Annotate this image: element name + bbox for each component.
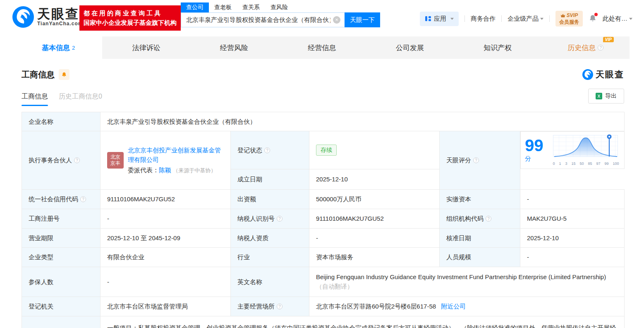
nav-biz-cooperation[interactable]: 商务合作 xyxy=(471,15,496,23)
svip-member-service[interactable]: SVIP 会员服务 xyxy=(555,11,583,27)
reg-number-label: 工商注册号 xyxy=(22,209,101,228)
company-type-value: 有限合伙企业 xyxy=(101,247,231,267)
help-icon[interactable]: ? xyxy=(277,304,282,309)
help-icon[interactable]: ? xyxy=(80,196,86,202)
reg-status-label-text: 登记状态 xyxy=(237,147,262,154)
nav-enterprise-products[interactable]: 企业级产品 xyxy=(508,15,543,23)
business-term-value: 2025-12-10 至 2045-12-09 xyxy=(101,228,231,247)
search-tabs: 查公司 查老板 查关系 查风险 xyxy=(181,2,380,12)
company-section-tabs: 基本信息 2 法律诉讼 经营风险 经营信息 公司发展 知识产权 VIP 历史信息… xyxy=(14,36,630,59)
monitor-bell-button[interactable] xyxy=(59,69,69,80)
user-account-menu[interactable]: 此处有… xyxy=(603,15,632,23)
tab-history-info[interactable]: VIP 历史信息 ? xyxy=(542,36,630,59)
apps-label: 应用 xyxy=(434,15,446,23)
notifications-bell[interactable] xyxy=(589,14,597,24)
bell-icon xyxy=(61,72,67,77)
business-term-label: 营业期限 xyxy=(22,228,101,247)
chevron-down-icon xyxy=(629,18,632,20)
taxpayer-id-label: 纳税人识别号? xyxy=(231,209,309,228)
tab-basic-info-count: 2 xyxy=(72,45,75,51)
nearby-companies-link[interactable]: 附近公司 xyxy=(441,303,466,310)
org-code-label: 组织机构代码? xyxy=(440,209,520,228)
help-icon[interactable]: ? xyxy=(264,147,270,153)
search-tab-relation[interactable]: 查关系 xyxy=(237,2,265,12)
taxpayer-quality-value: - xyxy=(309,228,440,247)
auto-translate-note: （自动翻译） xyxy=(316,283,353,290)
tianyancha-logo-icon xyxy=(12,6,34,28)
credit-code-value: 91110106MAK2U7GU52 xyxy=(101,189,231,209)
tab-business-info[interactable]: 经营信息 xyxy=(278,36,366,59)
divider xyxy=(549,15,550,22)
tab-intellectual-property[interactable]: 知识产权 xyxy=(454,36,541,59)
paid-capital-label: 实缴资本 xyxy=(440,189,520,209)
help-icon[interactable]: ? xyxy=(74,157,80,163)
tab-legal-proceedings[interactable]: 法律诉讼 xyxy=(102,36,190,59)
business-address-value: 北京市丰台区芳菲路60号院2号楼6层617-58 附近公司 xyxy=(309,297,625,316)
business-address-label-text: 主要经营场所 xyxy=(237,303,275,310)
search-block: 查公司 查老板 查关系 查风险 × 天眼一下 xyxy=(181,2,380,27)
approval-date-label: 核准日期 xyxy=(440,228,520,247)
credit-code-label-text: 统一社会信用代码 xyxy=(29,195,78,203)
export-button[interactable]: 导出 xyxy=(588,89,624,104)
notification-dot xyxy=(594,13,598,16)
divider xyxy=(501,15,502,22)
table-row: 参保人数 - 英文名称 Beijing Fengquan Industry Gu… xyxy=(22,267,625,297)
credit-code-label: 统一社会信用代码? xyxy=(22,189,101,209)
excel-icon xyxy=(596,93,602,99)
partner-company-link[interactable]: 北京京丰创投产业创新发展基金管理有限公司 xyxy=(128,147,221,163)
partner-label-text: 执行事务合伙人 xyxy=(29,157,72,164)
reg-number-value: - xyxy=(101,209,231,228)
subtab-history-business-info[interactable]: 历史工商信息0 xyxy=(59,92,102,106)
help-icon[interactable]: ? xyxy=(277,216,282,222)
help-icon[interactable]: ? xyxy=(473,157,479,163)
reg-status-value: 存续 xyxy=(309,131,440,169)
delegate-name-link[interactable]: 陈颖 xyxy=(159,166,171,174)
business-address-label: 主要经营场所? xyxy=(231,297,309,316)
capital-value: 500000万人民币 xyxy=(309,189,440,209)
insured-count-label: 参保人数 xyxy=(22,267,101,297)
user-account-label: 此处有… xyxy=(603,15,627,22)
table-row: 工商注册号 - 纳税人识别号? 91110106MAK2U7GU52 组织机构代… xyxy=(22,209,625,228)
tab-company-development[interactable]: 公司发展 xyxy=(366,36,454,59)
table-row: 企业名称 北京丰泉产业引导股权投资基金合伙企业（有限合伙） xyxy=(22,112,625,131)
crown-icon xyxy=(560,14,565,17)
tab-operational-risk[interactable]: 经营风险 xyxy=(190,36,278,59)
apps-menu[interactable]: 应用 xyxy=(420,12,459,26)
partner-value: 北京 京丰 北京京丰创投产业创新发展基金管理有限公司 委派代表：陈颖 （来源于中… xyxy=(101,131,231,190)
approval-date-value: 2025-12-10 xyxy=(520,228,625,247)
english-name-value: Beijing Fengquan Industry Guidance Equit… xyxy=(309,267,625,297)
export-label: 导出 xyxy=(605,92,617,100)
search-tab-company[interactable]: 查公司 xyxy=(181,2,209,12)
brand-name: 天眼查 xyxy=(37,7,83,21)
clear-search-icon[interactable]: × xyxy=(333,16,340,24)
search-button[interactable]: 天眼一下 xyxy=(345,12,380,27)
delegate-label: 委派代表： xyxy=(128,166,159,174)
watermark-brand-text: 天眼查 xyxy=(596,69,624,80)
search-input[interactable] xyxy=(181,12,345,27)
subtab-business-info[interactable]: 工商信息 xyxy=(22,92,48,106)
slogan-line2: 国家中小企业发展子基金旗下机构 xyxy=(84,18,177,27)
help-icon[interactable]: ? xyxy=(598,45,603,51)
tab-basic-info[interactable]: 基本信息 2 xyxy=(14,36,102,59)
score-label: 天眼评分? xyxy=(440,131,520,190)
partner-label: 执行事务合伙人? xyxy=(22,131,101,190)
address-text: 北京市丰台区芳菲路60号院2号楼6层617-58 xyxy=(316,303,436,310)
staff-size-value: - xyxy=(520,247,625,267)
org-code-label-text: 组织机构代码 xyxy=(446,215,484,222)
score-distribution-chart: 0131550859799100 xyxy=(552,133,620,167)
apps-grid-icon xyxy=(425,15,431,22)
english-name-text: Beijing Fengquan Industry Guidance Equit… xyxy=(316,273,606,280)
business-scope-label: 经营范围? xyxy=(22,316,101,328)
help-icon[interactable]: ? xyxy=(486,216,491,222)
search-tab-risk[interactable]: 查风险 xyxy=(265,2,293,12)
brand-domain: TianYanCha.com xyxy=(37,21,83,27)
table-row: 营业期限 2025-12-10 至 2045-12-09 纳税人资质 - 核准日… xyxy=(22,228,625,247)
partner-avatar[interactable]: 北京 京丰 xyxy=(107,152,124,169)
tianyancha-logo[interactable]: 天眼查 TianYanCha.com xyxy=(12,6,83,28)
chevron-down-icon xyxy=(450,18,454,20)
search-tab-boss[interactable]: 查老板 xyxy=(209,2,237,12)
industry-value: 资本市场服务 xyxy=(309,247,440,267)
svip-sub-label: 会员服务 xyxy=(559,19,579,25)
slogan-line1: 都在用的商业查询工具 xyxy=(84,8,177,18)
company-type-label: 企业类型 xyxy=(22,247,101,267)
